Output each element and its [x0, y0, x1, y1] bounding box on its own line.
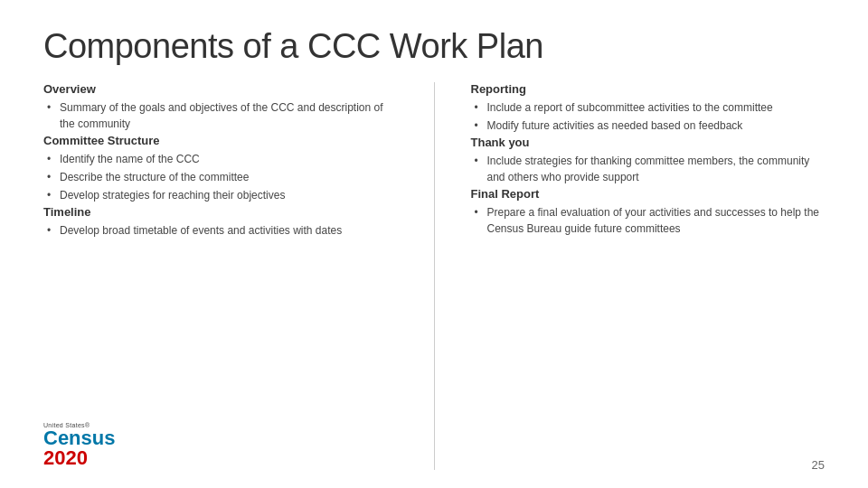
overview-section: Overview Summary of the goals and object… [43, 82, 398, 134]
list-item: Modify future activities as needed based… [475, 117, 826, 134]
reporting-section: Reporting Include a report of subcommitt… [471, 82, 826, 136]
left-column: Overview Summary of the goals and object… [43, 82, 398, 470]
page-number: 25 [812, 458, 825, 472]
timeline-heading: Timeline [43, 205, 398, 219]
list-item: Summary of the goals and objectives of t… [47, 99, 398, 132]
thank-you-heading: Thank you [471, 136, 826, 149]
logo-census-text: Census [43, 428, 115, 448]
overview-heading: Overview [43, 82, 398, 96]
content-area: Overview Summary of the goals and object… [43, 82, 825, 470]
list-item: Identify the name of the CCC [47, 151, 398, 167]
final-report-section: Final Report Prepare a final evaluation … [471, 187, 826, 239]
list-item: Include a report of subcommittee activit… [475, 99, 826, 116]
slide-title: Components of a CCC Work Plan [43, 27, 825, 66]
right-column: Reporting Include a report of subcommitt… [471, 82, 826, 470]
overview-bullets: Summary of the goals and objectives of t… [47, 99, 398, 132]
timeline-bullets: Develop broad timetable of events and ac… [47, 222, 398, 239]
reporting-bullets: Include a report of subcommittee activit… [475, 99, 826, 134]
census-logo-area: United States® Census 2020 [43, 422, 115, 468]
reporting-heading: Reporting [471, 82, 826, 96]
list-item: Prepare a final evaluation of your activ… [475, 204, 826, 237]
final-report-bullets: Prepare a final evaluation of your activ… [475, 204, 826, 237]
committee-structure-heading: Committee Structure [43, 134, 398, 147]
column-divider [434, 82, 435, 470]
committee-structure-section: Committee Structure Identify the name of… [43, 134, 398, 205]
final-report-heading: Final Report [471, 187, 826, 201]
logo-year-text: 2020 [43, 448, 88, 468]
census-logo: United States® Census 2020 [43, 422, 115, 468]
thank-you-bullets: Include strategies for thanking committe… [475, 153, 826, 185]
list-item: Develop broad timetable of events and ac… [47, 222, 398, 239]
timeline-section: Timeline Develop broad timetable of even… [43, 205, 398, 240]
slide: Components of a CCC Work Plan Overview S… [0, 0, 868, 488]
list-item: Include strategies for thanking committe… [475, 153, 826, 185]
committee-structure-bullets: Identify the name of the CCC Describe th… [47, 151, 398, 203]
list-item: Describe the structure of the committee [47, 169, 398, 185]
list-item: Develop strategies for reaching their ob… [47, 187, 398, 203]
thank-you-section: Thank you Include strategies for thankin… [471, 136, 826, 187]
